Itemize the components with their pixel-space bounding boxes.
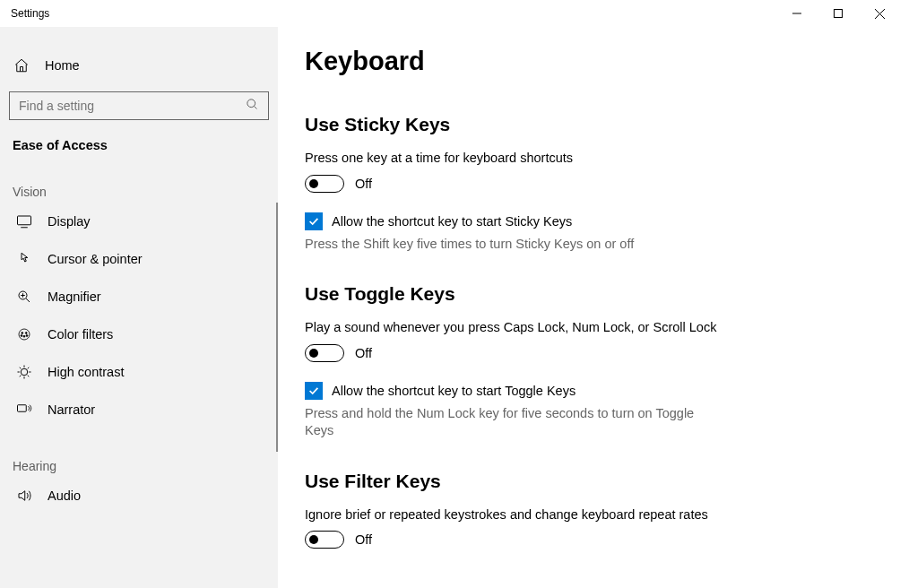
svg-point-15 <box>23 335 25 337</box>
checkbox-allow-toggle-shortcut[interactable] <box>305 382 323 400</box>
title-bar: Settings <box>0 0 900 27</box>
sidebar-item-audio[interactable]: Audio <box>3 477 278 514</box>
search-input-container[interactable] <box>9 91 269 120</box>
svg-point-13 <box>22 333 23 334</box>
sidebar-item-label: Magnifier <box>48 290 101 304</box>
group-header-hearing: Hearing <box>0 454 278 477</box>
minimize-button[interactable] <box>776 0 818 27</box>
section-desc: Ignore brief or repeated keystrokes and … <box>305 506 873 524</box>
page-title: Keyboard <box>305 47 873 76</box>
group-header-vision: Vision <box>0 179 278 203</box>
sidebar-item-high-contrast[interactable]: High contrast <box>3 353 278 391</box>
nav-list-vision: Display Cursor & pointer Magnifier Color… <box>0 203 278 428</box>
svg-point-14 <box>25 333 27 334</box>
home-icon <box>13 57 30 74</box>
sidebar-item-label: Color filters <box>48 327 113 342</box>
sidebar-item-magnifier[interactable]: Magnifier <box>3 278 278 316</box>
sidebar-item-label: High contrast <box>48 365 124 379</box>
toggle-filter-keys[interactable] <box>305 531 344 549</box>
toggle-state-label: Off <box>355 346 372 360</box>
section-desc: Play a sound whenever you press Caps Loc… <box>305 319 873 337</box>
check-icon <box>307 385 320 397</box>
svg-line-23 <box>20 368 22 369</box>
color-filters-icon <box>15 326 33 342</box>
maximize-button[interactable] <box>818 0 859 27</box>
checkbox-label: Allow the shortcut key to start Sticky K… <box>332 214 572 229</box>
hint-text: Press and hold the Num Lock key for five… <box>305 405 699 440</box>
toggle-state-label: Off <box>355 532 372 547</box>
toggle-state-label: Off <box>355 177 372 191</box>
sidebar-item-label: Audio <box>48 489 81 503</box>
search-input[interactable] <box>19 99 246 113</box>
check-icon <box>307 215 320 228</box>
checkbox-allow-sticky-shortcut[interactable] <box>305 212 323 230</box>
search-icon <box>246 98 259 115</box>
sidebar-item-label: Narrator <box>48 402 95 417</box>
svg-line-25 <box>20 376 22 377</box>
cursor-pointer-icon <box>15 251 33 267</box>
svg-line-24 <box>28 376 30 377</box>
svg-rect-27 <box>18 405 27 412</box>
svg-rect-1 <box>835 10 843 18</box>
toggle-knob <box>309 535 318 544</box>
toggle-toggle-keys[interactable] <box>305 344 344 362</box>
sidebar-item-narrator[interactable]: Narrator <box>3 391 278 428</box>
section-desc: Press one key at a time for keyboard sho… <box>305 150 873 168</box>
checkbox-label: Allow the shortcut key to start Toggle K… <box>332 384 575 398</box>
svg-line-5 <box>254 106 256 108</box>
home-label: Home <box>45 58 80 73</box>
sidebar-item-display[interactable]: Display <box>3 203 278 240</box>
toggle-knob <box>309 349 318 358</box>
category-header: Ease of Access <box>0 133 278 179</box>
svg-line-26 <box>28 368 30 369</box>
sidebar-item-color-filters[interactable]: Color filters <box>3 316 278 353</box>
sidebar-item-home[interactable]: Home <box>0 47 278 84</box>
section-heading-sticky-keys: Use Sticky Keys <box>305 114 873 135</box>
content-area: Keyboard Use Sticky Keys Press one key a… <box>278 27 900 588</box>
svg-point-4 <box>247 99 255 107</box>
narrator-icon <box>15 402 33 418</box>
audio-icon <box>15 488 33 504</box>
section-heading-filter-keys: Use Filter Keys <box>305 471 873 492</box>
magnifier-icon <box>15 289 33 305</box>
display-icon <box>15 213 33 229</box>
svg-point-18 <box>21 368 28 376</box>
high-contrast-icon <box>15 364 33 380</box>
hint-text: Press the Shift key five times to turn S… <box>305 236 699 254</box>
window-title: Settings <box>0 7 49 20</box>
svg-point-12 <box>19 329 30 340</box>
sidebar-item-label: Display <box>48 214 91 229</box>
sidebar-item-label: Cursor & pointer <box>48 252 143 266</box>
section-heading-toggle-keys: Use Toggle Keys <box>305 283 873 305</box>
nav-list-hearing: Audio <box>0 477 278 514</box>
toggle-sticky-keys[interactable] <box>305 175 344 193</box>
svg-point-17 <box>26 335 28 337</box>
toggle-knob <box>309 179 318 188</box>
sidebar: Home Ease of Access Vision Display <box>0 27 278 588</box>
sidebar-item-cursor[interactable]: Cursor & pointer <box>3 240 278 278</box>
close-button[interactable] <box>859 0 900 27</box>
svg-line-9 <box>26 298 30 302</box>
sidebar-scrollbar[interactable] <box>276 203 278 452</box>
svg-point-16 <box>21 335 22 337</box>
svg-rect-6 <box>18 216 31 225</box>
